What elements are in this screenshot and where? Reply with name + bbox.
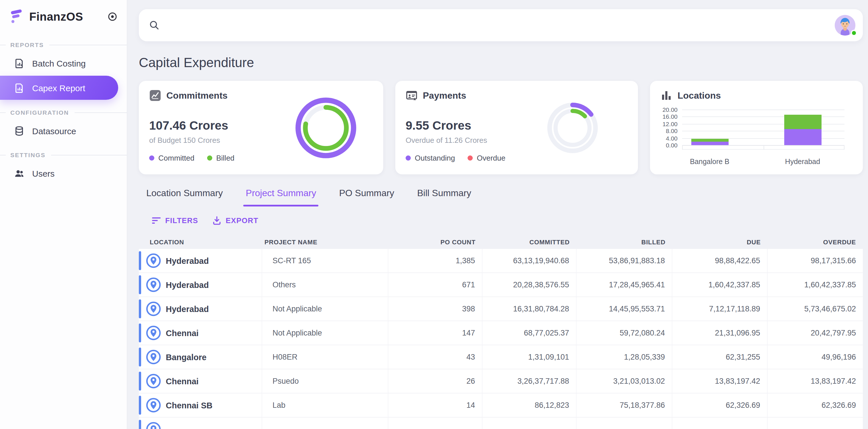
- po-count-value: 14: [466, 401, 475, 409]
- card-title: Payments: [423, 90, 466, 101]
- table-header: LOCATION PROJECT NAME PO COUNT COMMITTED…: [139, 235, 863, 249]
- project-name: Psuedo: [273, 377, 299, 386]
- section-label-configuration: CONFIGURATION: [0, 109, 127, 116]
- table-row[interactable]: Hyderabad Not Applicable 398 16,31,80,78…: [139, 297, 863, 321]
- row-accent-bar: [139, 396, 141, 415]
- table-row[interactable]: Bangalore H08ER 43 1,31,09,101 1,28,05,3…: [139, 345, 863, 369]
- billed-value: 17,28,45,965.41: [609, 280, 665, 289]
- summary-tabs: Location Summary Project Summary PO Summ…: [146, 188, 863, 206]
- x-axis: [682, 145, 844, 150]
- legend-label: Committed: [158, 154, 194, 162]
- legend-label: Billed: [216, 154, 235, 162]
- location-pin-icon: [146, 253, 161, 268]
- summary-cards: Commitments 107.46 Crores of Budget 150 …: [139, 81, 863, 174]
- location-pin-icon: [146, 301, 161, 317]
- due-value: 98,88,422.65: [715, 256, 760, 265]
- x-axis-label: Hyderabad: [785, 158, 820, 166]
- card-title: Commitments: [166, 90, 227, 101]
- project-name: SC-RT 165: [273, 256, 311, 265]
- finanzos-logo-icon: [9, 9, 24, 24]
- committed-value: 16,31,80,784.28: [513, 304, 569, 313]
- location-name: Hyderabad: [166, 256, 209, 265]
- location-name: Chennai: [166, 376, 198, 386]
- x-axis-label: Bangalore B: [690, 158, 730, 166]
- location-name: Bangalore: [166, 353, 207, 362]
- due-value: 7,12,17,118.89: [709, 304, 760, 313]
- overdue-value: 49,96,196: [822, 353, 856, 361]
- project-name: Lab: [273, 401, 285, 409]
- row-accent-bar: [139, 324, 141, 342]
- table-row[interactable]: Chennai Not Applicable 147 68,77,025.37 …: [139, 321, 863, 345]
- tab-project-summary[interactable]: Project Summary: [246, 188, 316, 206]
- outstanding-legend-dot: [406, 156, 411, 161]
- due-value: 62,326.69: [726, 401, 760, 409]
- tab-po-summary[interactable]: PO Summary: [339, 188, 394, 206]
- column-header-due: DUE: [672, 239, 768, 245]
- sidebar-item-label: Datasource: [32, 126, 76, 136]
- po-count-value: 671: [462, 280, 475, 289]
- sidebar-toggle-icon[interactable]: [107, 11, 118, 22]
- location-pin-icon: [146, 349, 161, 365]
- row-accent-bar: [139, 251, 141, 270]
- row-accent-bar: [139, 372, 141, 391]
- table-row[interactable]: Hyderabad SC-RT 165 1,385 63,13,19,940.6…: [139, 249, 863, 273]
- billed-value: 53,86,91,883.18: [609, 256, 665, 265]
- y-tick: 16.00: [662, 113, 678, 120]
- column-header-billed: BILLED: [577, 239, 672, 245]
- main-content: Capital Expenditure Commitments 107.46 C…: [127, 0, 868, 429]
- table-toolbar: FILTERS EXPORT: [152, 216, 863, 225]
- overdue-value: 98,17,315.66: [811, 256, 856, 265]
- filters-button[interactable]: FILTERS: [152, 216, 198, 225]
- y-tick: 4.00: [666, 135, 678, 142]
- bar-segment-committed: [784, 129, 822, 145]
- overdue-value: 62,326.69: [822, 401, 856, 409]
- location-name: Chennai: [166, 328, 198, 337]
- table-row[interactable]: Chennai Psuedo 26 3,26,37,717.88 3,21,03…: [139, 369, 863, 393]
- row-accent-bar: [139, 299, 141, 318]
- locations-card: Locations 20.00 16.00 12.00 8.00 4.00 0.…: [650, 81, 863, 174]
- sidebar-item-capex-report[interactable]: Capex Report: [0, 76, 118, 100]
- billed-value: 3,21,03,013.02: [613, 377, 665, 386]
- user-avatar[interactable]: [834, 14, 856, 36]
- y-tick: 12.00: [662, 121, 678, 127]
- payments-card: Payments 9.55 Crores Overdue of 11.26 Cr…: [395, 81, 638, 174]
- table-row[interactable]: Hyderabad Others 671 20,28,38,576.55 17,…: [139, 273, 863, 297]
- sidebar: FinanzOS REPORTS Batch Costing Capex Rep…: [0, 0, 127, 429]
- overdue-legend-dot: [468, 156, 473, 161]
- section-label-settings: SETTINGS: [0, 152, 127, 158]
- due-value: 21,31,096.95: [715, 329, 760, 337]
- location-pin-icon: [146, 422, 161, 429]
- sidebar-item-batch-costing[interactable]: Batch Costing: [0, 52, 127, 74]
- project-name: Not Applicable: [273, 329, 322, 337]
- overdue-value: 13,83,197.42: [811, 377, 856, 386]
- tab-bill-summary[interactable]: Bill Summary: [417, 188, 471, 206]
- table-row[interactable]: Chennai SB Lab 14 86,12,823 75,18,377.86…: [139, 393, 863, 418]
- legend-label: Overdue: [477, 154, 505, 162]
- capex-dashboard: FinanzOS REPORTS Batch Costing Capex Rep…: [0, 0, 868, 429]
- sidebar-item-users[interactable]: Users: [0, 162, 127, 185]
- column-header-po-count: PO COUNT: [389, 239, 483, 245]
- location-pin-icon: [146, 325, 161, 341]
- search-input[interactable]: [166, 20, 834, 30]
- y-tick: 8.00: [666, 127, 678, 134]
- committed-value: 20,28,38,576.55: [513, 280, 569, 289]
- sidebar-item-label: Users: [32, 168, 55, 178]
- payments-invoice-icon: [406, 90, 417, 101]
- export-button[interactable]: EXPORT: [213, 216, 258, 225]
- location-name: Hyderabad: [166, 304, 209, 314]
- po-count-value: 147: [462, 329, 475, 337]
- table-body: Hyderabad SC-RT 165 1,385 63,13,19,940.6…: [139, 249, 863, 418]
- tab-location-summary[interactable]: Location Summary: [146, 188, 223, 206]
- billed-value: 75,18,377.86: [620, 401, 665, 409]
- sidebar-item-datasource[interactable]: Datasource: [0, 119, 127, 142]
- users-icon: [14, 168, 25, 179]
- database-icon: [14, 125, 25, 136]
- sidebar-item-label: Batch Costing: [32, 58, 86, 68]
- section-label-reports: REPORTS: [0, 41, 127, 48]
- table-row-partial[interactable]: [139, 418, 863, 429]
- location-pin-icon: [146, 373, 161, 389]
- row-accent-bar: [139, 348, 141, 366]
- committed-value: 68,77,025.37: [524, 329, 569, 337]
- report-document-icon: [14, 58, 25, 69]
- billed-legend-dot: [207, 156, 212, 161]
